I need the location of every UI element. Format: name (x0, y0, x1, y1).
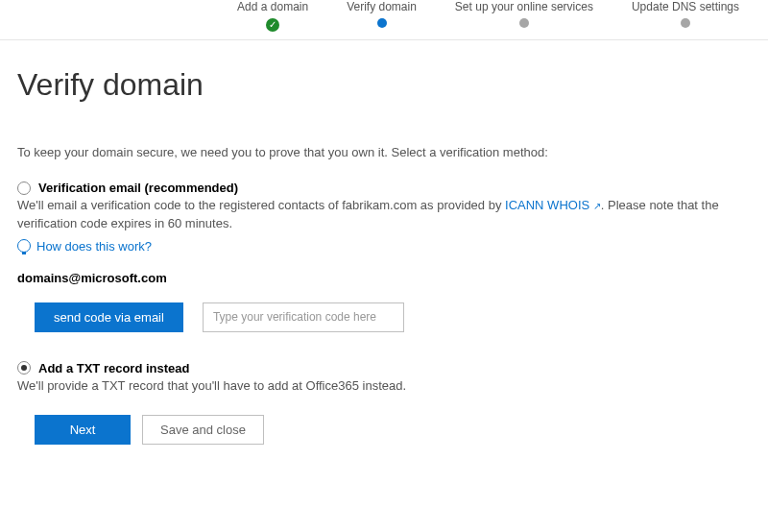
intro-text: To keep your domain secure, we need you … (17, 145, 751, 159)
registered-email: domains@microsoft.com (17, 271, 751, 285)
option-title: Verification email (recommended) (38, 181, 238, 195)
send-code-row: send code via email (35, 302, 751, 332)
help-text: How does this work? (36, 239, 152, 254)
step-add-domain[interactable]: Add a domain ✓ (237, 0, 308, 32)
dot-icon (377, 18, 387, 28)
step-online-services[interactable]: Set up your online services (455, 0, 593, 32)
step-verify-domain[interactable]: Verify domain (347, 0, 417, 32)
wizard-stepper: Add a domain ✓ Verify domain Set up your… (0, 0, 768, 40)
footer-buttons: Next Save and close (35, 415, 751, 445)
page-content: Verify domain To keep your domain secure… (0, 67, 768, 464)
lightbulb-icon (17, 239, 31, 253)
radio-icon[interactable] (17, 181, 31, 195)
desc-part: We'll email a verification code to the r… (17, 198, 505, 212)
dot-icon (519, 18, 529, 28)
page-title: Verify domain (17, 67, 751, 103)
save-close-button[interactable]: Save and close (142, 415, 264, 445)
step-label: Update DNS settings (632, 0, 739, 13)
radio-row-txt[interactable]: Add a TXT record instead (17, 361, 751, 375)
whois-link[interactable]: ICANN WHOIS ↗ (505, 198, 601, 212)
dot-icon (681, 18, 690, 28)
option-email: Verification email (recommended) We'll e… (17, 181, 751, 332)
help-link[interactable]: How does this work? (17, 239, 751, 254)
option-title: Add a TXT record instead (38, 361, 189, 375)
step-label: Add a domain (237, 0, 308, 13)
next-button[interactable]: Next (35, 415, 131, 445)
option-description: We'll provide a TXT record that you'll h… (17, 377, 751, 396)
check-icon: ✓ (266, 18, 279, 32)
step-label: Verify domain (347, 0, 417, 13)
option-txt: Add a TXT record instead We'll provide a… (17, 361, 751, 396)
radio-icon[interactable] (17, 361, 31, 375)
step-dns[interactable]: Update DNS settings (632, 0, 739, 32)
verification-code-input[interactable] (203, 302, 404, 332)
step-label: Set up your online services (455, 0, 593, 13)
option-description: We'll email a verification code to the r… (17, 197, 751, 233)
send-code-button[interactable]: send code via email (35, 302, 183, 332)
radio-row-email[interactable]: Verification email (recommended) (17, 181, 751, 195)
external-icon: ↗ (593, 201, 601, 211)
